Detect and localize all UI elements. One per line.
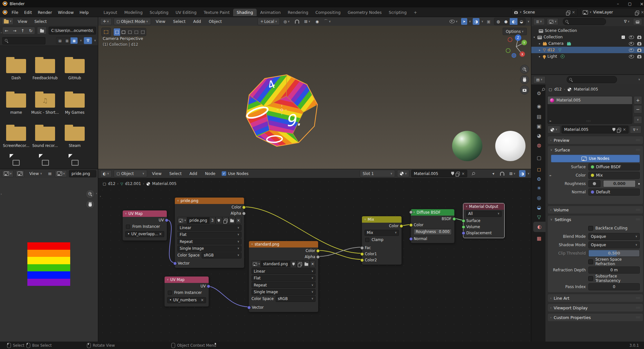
tab-rendering[interactable]: Rendering xyxy=(284,9,312,16)
options-chevron-icon[interactable]: ∨ xyxy=(638,78,640,81)
expand-icon[interactable]: ▾ xyxy=(533,36,536,39)
hide-eye-icon[interactable] xyxy=(629,48,634,52)
menu-add[interactable]: Add xyxy=(186,170,200,177)
navigation-gizmo[interactable]: Z Y X xyxy=(505,33,528,60)
panel-line-art[interactable]: › Line Art ∷∷ xyxy=(547,294,643,302)
fake-user-button[interactable] xyxy=(290,260,297,267)
outliner-row-camera[interactable]: ▸ Camera xyxy=(531,40,644,47)
shading-dropdown-icon[interactable]: ∨ xyxy=(527,20,529,23)
panel-volume[interactable]: › Volume ∷∷ xyxy=(547,206,643,214)
pivot-point-button[interactable]: ◎ ∨ xyxy=(282,18,291,25)
tab-compositing[interactable]: Compositing xyxy=(312,9,344,16)
tab-output[interactable]: ▤ xyxy=(533,111,545,122)
shadow-mode-select[interactable]: Opaque ∨ xyxy=(588,241,640,248)
overlays-toggle-button[interactable]: ◑ xyxy=(473,18,479,25)
disable-render-icon[interactable] xyxy=(637,55,641,58)
panel-collapse-icon[interactable]: › xyxy=(96,192,97,195)
node-header[interactable]: ∨ Mix xyxy=(362,216,402,223)
panel-surface[interactable]: ∨ Surface ∷∷ Use Nodes Surface Diffuse B… xyxy=(547,146,643,204)
refraction-depth-field[interactable]: 0 m xyxy=(588,267,640,274)
roughness-slider[interactable]: 0.000 xyxy=(603,180,636,187)
folder-item[interactable]: mame xyxy=(1,93,32,115)
hide-eye-icon[interactable] xyxy=(629,55,634,58)
chevron-down-icon[interactable]: ∨ xyxy=(520,11,522,14)
copy-icon[interactable] xyxy=(457,172,460,175)
collapse-icon[interactable]: ∨ xyxy=(125,212,127,215)
collapse-icon[interactable]: ∨ xyxy=(413,211,415,214)
color-space-select[interactable]: sRGB∨ xyxy=(276,296,316,302)
outliner-search-input[interactable] xyxy=(563,18,606,25)
color-space-select[interactable]: sRGB∨ xyxy=(202,252,242,258)
uv-map-selector[interactable]: • UV_overlapp... × xyxy=(125,231,164,237)
node-image-texture-pride[interactable]: ∨ pride.png Color Alpha ∨ pride.png 3 × … xyxy=(175,197,244,268)
expand-icon[interactable]: ▸ xyxy=(538,49,541,52)
editor-type-button[interactable]: ∨ xyxy=(2,170,14,177)
image-name-field[interactable]: pride.png xyxy=(187,217,209,224)
panel-grip[interactable]: ∷∷ xyxy=(636,208,640,211)
fake-user-shield-icon[interactable] xyxy=(451,172,454,175)
socket-roughness-in[interactable] xyxy=(409,210,413,214)
use-nodes-toggle[interactable]: ✓ Use Nodes xyxy=(222,171,249,176)
from-instancer-checkbox[interactable] xyxy=(168,291,172,295)
breadcrumb-object[interactable]: d12 xyxy=(554,87,562,92)
shading-solid-button[interactable]: ● xyxy=(502,18,510,25)
select-mode-extend-button[interactable] xyxy=(120,28,127,36)
filter-button[interactable]: ∇ xyxy=(84,37,92,44)
hamburger-menu-icon[interactable]: ≡ xyxy=(48,171,52,177)
collapse-icon[interactable]: ∨ xyxy=(364,218,366,221)
socket-displacement-in[interactable] xyxy=(462,231,465,235)
editor-type-button[interactable]: ∨ xyxy=(2,18,14,25)
node-header[interactable]: ∨ pride.png xyxy=(175,198,244,204)
material-icon-button[interactable]: ∨ xyxy=(397,170,409,177)
breadcrumb-material[interactable]: Material.005 xyxy=(152,181,176,186)
socket-fac-in[interactable] xyxy=(360,246,364,250)
tab-sculpting[interactable]: Sculpting xyxy=(146,9,172,16)
use-nodes-button[interactable]: Use Nodes xyxy=(551,155,640,162)
collapse-icon[interactable]: ∨ xyxy=(251,243,253,246)
blend-type-select[interactable]: Mix∨ xyxy=(365,230,399,236)
folder-item[interactable]: GitHub xyxy=(59,59,90,80)
transform-orientation-selector[interactable]: ✛ Local ∨ xyxy=(258,18,280,25)
image-name-field[interactable]: standard.png xyxy=(261,260,290,267)
gizmos-toggle-button[interactable]: ➤ xyxy=(461,18,467,25)
overlays-toggle-button[interactable]: ◑ xyxy=(519,170,526,177)
tab-view-layer[interactable]: ▣ xyxy=(533,121,545,131)
breadcrumb-mesh[interactable]: d12.001 xyxy=(125,181,141,186)
node-header[interactable]: ∨ standard.png xyxy=(249,241,318,247)
tab-shading[interactable]: Shading xyxy=(233,9,257,16)
editor-type-button[interactable]: ◐ ∨ xyxy=(100,170,112,177)
tab-material[interactable]: ◐ xyxy=(533,222,545,232)
visibility-dropdown-button[interactable]: ∨ xyxy=(448,18,459,25)
outliner-row-d12[interactable]: ▸ ▽ d12 ▽ xyxy=(531,47,644,53)
material-specials-button[interactable]: ∇ ∨ xyxy=(630,126,641,133)
socket-alpha-out[interactable] xyxy=(316,255,320,259)
menu-edit[interactable]: Edit xyxy=(21,9,35,15)
shading-rendered-button[interactable]: ◒ xyxy=(517,18,525,25)
target-select[interactable]: All∨ xyxy=(466,211,502,217)
folder-item[interactable]: ♫ Music - Short... xyxy=(30,93,61,115)
breadcrumb-material[interactable]: Material.005 xyxy=(574,87,598,92)
uv-map-selector[interactable]: • UV_numbers × xyxy=(167,297,206,303)
tab-modeling[interactable]: Modeling xyxy=(121,9,146,16)
fake-user-button[interactable] xyxy=(215,217,222,224)
copy-icon[interactable] xyxy=(618,128,621,131)
forward-button[interactable]: → xyxy=(11,27,19,34)
expand-icon[interactable]: ▸ xyxy=(538,55,541,58)
panel-expand-icon[interactable]: › xyxy=(100,195,101,198)
node-material-output[interactable]: ∨ Material Output All∨ Surface Volume Di… xyxy=(463,203,505,238)
copy-icon[interactable] xyxy=(636,11,639,14)
outliner-filter-button[interactable]: ∇ ∨ xyxy=(622,18,631,25)
zoom-button[interactable] xyxy=(86,189,95,199)
open-image-button[interactable] xyxy=(229,217,235,224)
surface-shader-field[interactable]: Diffuse BSDF xyxy=(588,163,640,170)
clip-threshold-slider[interactable]: 0.500 xyxy=(588,250,640,257)
backface-culling-checkbox[interactable] xyxy=(588,226,593,231)
copy-button[interactable] xyxy=(297,260,303,267)
panel-expand-icon[interactable]: › xyxy=(1,31,2,34)
list-expand-icon[interactable]: ► xyxy=(550,120,552,122)
proportional-editing-button[interactable]: ◉ xyxy=(314,18,320,25)
socket-uv-out[interactable] xyxy=(207,285,210,288)
node-header[interactable]: ∨ Material Output xyxy=(463,203,504,210)
pan-hand-button[interactable] xyxy=(86,200,95,209)
maximize-button[interactable]: ▢ xyxy=(625,2,635,6)
